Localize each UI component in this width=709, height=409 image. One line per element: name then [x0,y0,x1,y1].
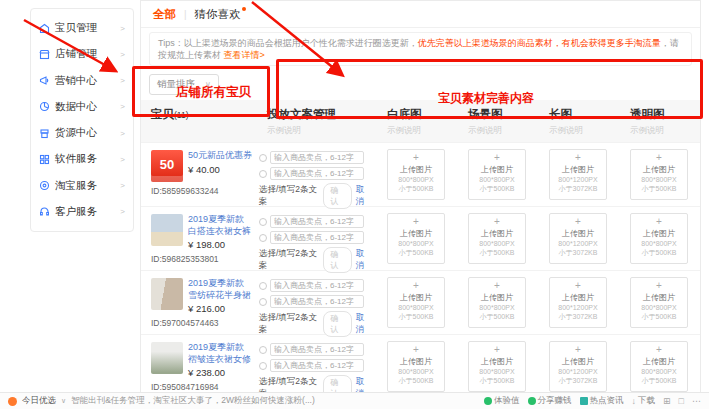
selling-point-checkbox[interactable] [259,362,267,370]
sidebar-item-data-center[interactable]: 数据中心 > [39,100,125,114]
plus-icon: + [388,281,444,291]
white-bg-upload-cell: + 上传图片 800*800PX 小于500KB [377,271,458,337]
notification-dot [242,7,246,11]
sidebar-item-taobao-service[interactable]: 淘宝服务 > [39,179,125,193]
product-title-link[interactable]: 2019夏季新款褶皱连衣裙女修身显瘦小众网红 [188,342,253,365]
product-thumbnail[interactable]: 50 [151,150,183,182]
upload-image-button[interactable]: + 上传图片 800*800PX 小于500KB [387,277,445,328]
statusbar-item-hot-news[interactable]: 热点资讯 [580,395,624,407]
copywriting-cell: 选择/填写2条文案 确认 取消 [257,207,377,273]
tab-guess-you-like[interactable]: 猜你喜欢 [195,7,246,22]
selling-point-input[interactable] [270,343,364,356]
statusbar-item-download[interactable]: ↓ 下载 [632,395,656,407]
product-title-link[interactable]: 50元新品优惠券 [188,150,252,161]
plus-icon: + [631,217,687,227]
copywriting-cell: 选择/填写2条文案 确认 取消 [257,143,377,209]
upload-image-button[interactable]: + 上传图片 800*1200PX 小于3072KB [549,213,607,264]
selling-point-input[interactable] [270,167,364,180]
copy-instruction: 选择/填写2条文案 [259,184,319,208]
table-row: 2019夏季新款白搭连衣裙女裤短裙T恤中长款 ¥ 198.00 ID:59682… [141,206,700,270]
example-note[interactable]: 示例说明 [630,125,700,137]
example-note[interactable]: 示例说明 [267,125,377,137]
upload-image-button[interactable]: + 上传图片 800*800PX 小于500KB [387,213,445,264]
selling-point-input[interactable] [270,231,364,244]
chevron-down-icon[interactable]: ∨ [61,397,66,405]
sidebar-item-item-manage[interactable]: 宝贝管理 > [39,21,125,35]
statusbar-item-share-earn[interactable]: 分享赚钱 [528,395,572,407]
selling-point-input[interactable] [270,151,364,164]
upload-image-button[interactable]: + 上传图片 800*800PX 小于500KB [468,149,526,200]
upload-image-button[interactable]: + 上传图片 800*1200PX 小于3072KB [549,149,607,200]
confirm-button[interactable]: 确认 [323,311,351,337]
upload-image-button[interactable]: + 上传图片 800*800PX 小于500KB [630,277,688,328]
tab-all[interactable]: 全部 [153,7,176,22]
selling-point-checkbox[interactable] [259,298,267,306]
statusbar-brand[interactable]: 今日优选 [22,395,56,407]
selling-point-checkbox[interactable] [259,346,267,354]
scene-upload-cell: + 上传图片 800*800PX 小于500KB [458,271,539,337]
example-note[interactable]: 示例说明 [387,125,458,137]
window-icon[interactable]: □ [679,396,684,406]
selling-point-checkbox[interactable] [259,234,267,242]
selling-point-checkbox[interactable] [259,170,267,178]
selling-point-checkbox[interactable] [259,218,267,226]
sidebar-item-shop-manage[interactable]: 店铺管理 > [39,47,125,61]
selling-point-checkbox[interactable] [259,154,267,162]
upload-image-button[interactable]: + 上传图片 800*800PX 小于500KB [387,149,445,200]
more-icon[interactable]: ⋯ [692,396,701,406]
chevron-right-icon: > [120,102,125,111]
upload-image-button[interactable]: + 上传图片 800*800PX 小于500KB [630,341,688,392]
upload-image-button[interactable]: + 上传图片 800*1200PX 小于3072KB [549,277,607,328]
headset-icon [39,206,50,217]
confirm-button[interactable]: 确认 [323,183,351,209]
apps-icon[interactable]: ⊞ [663,396,671,406]
upload-image-button[interactable]: + 上传图片 800*800PX 小于500KB [630,149,688,200]
sidebar-item-marketing-center[interactable]: 营销中心 > [39,74,125,88]
transparent-upload-cell: + 上传图片 800*800PX 小于500KB [620,207,700,273]
product-cell: 2019夏季新款白搭连衣裙女裤短裙T恤中长款 ¥ 198.00 ID:59682… [141,207,257,273]
sidebar-item-supply-center[interactable]: 货源中心 > [39,126,125,140]
upload-image-button[interactable]: + 上传图片 800*800PX 小于500KB [468,213,526,264]
product-title-link[interactable]: 2019夏季新款雪纺碎花半身裙女中长款假两件 [188,278,253,301]
pie-chart-icon [39,101,50,112]
scene-upload-cell: + 上传图片 800*800PX 小于500KB [458,143,539,209]
product-title-link[interactable]: 2019夏季新款白搭连衣裙女裤短裙T恤中长款 [188,214,253,237]
browser-logo-icon[interactable] [8,397,17,406]
product-price: ¥ 40.00 [188,164,252,175]
green-badge-icon [528,397,536,405]
sidebar-item-software-service[interactable]: 软件服务 > [39,152,125,166]
selling-point-input[interactable] [270,215,364,228]
example-note[interactable]: 示例说明 [549,125,620,137]
selling-point-input[interactable] [270,295,364,308]
upload-image-button[interactable]: + 上传图片 800*800PX 小于500KB [468,277,526,328]
upload-image-button[interactable]: + 上传图片 800*1200PX 小于3072KB [549,341,607,392]
product-thumbnail[interactable] [151,342,183,374]
selling-point-input[interactable] [270,359,364,372]
chevron-right-icon: > [120,24,125,33]
sidebar-item-customer-service[interactable]: 客户服务 > [39,205,125,219]
example-note[interactable]: 示例说明 [468,125,539,137]
statusbar-item-experience[interactable]: 体验值 [484,395,520,407]
cancel-button[interactable]: 取消 [356,248,371,272]
upload-image-button[interactable]: + 上传图片 800*800PX 小于500KB [387,341,445,392]
header-long-image: 长图 示例说明 [539,100,620,142]
tips-highlight: 优先完善以上渠道场景的商品素材，有机会获得更多手淘流量 [418,38,661,48]
header-copywriting: 投放文案管理 示例说明 [257,100,377,142]
product-count: (11) [174,110,189,120]
table-row: 50 50元新品优惠券 ¥ 40.00 ID:585959633244 选择/填… [141,142,700,206]
confirm-button[interactable]: 确认 [323,247,351,273]
cancel-button[interactable]: 取消 [356,184,371,208]
upload-image-button[interactable]: + 上传图片 800*800PX 小于500KB [630,213,688,264]
selling-point-checkbox[interactable] [259,282,267,290]
plus-icon: + [631,153,687,163]
cancel-button[interactable]: 取消 [356,312,371,336]
selling-point-input[interactable] [270,279,364,292]
view-details-link[interactable]: 查看详情> [224,50,265,60]
product-thumbnail[interactable] [151,214,183,246]
upload-image-button[interactable]: + 上传图片 800*800PX 小于500KB [468,341,526,392]
sort-dropdown[interactable]: 销量排序 ∨ [149,74,219,95]
product-thumbnail[interactable] [151,278,183,310]
chevron-right-icon: > [120,181,125,190]
tips-text: Tips：以上渠道场景的商品会根据用户个性化需求进行圈选更新， [158,38,418,48]
news-ticker[interactable]: 智能出刊&任务管理，淘宝社区大事了，2W粉丝如何快速涨粉(...) [71,395,315,407]
